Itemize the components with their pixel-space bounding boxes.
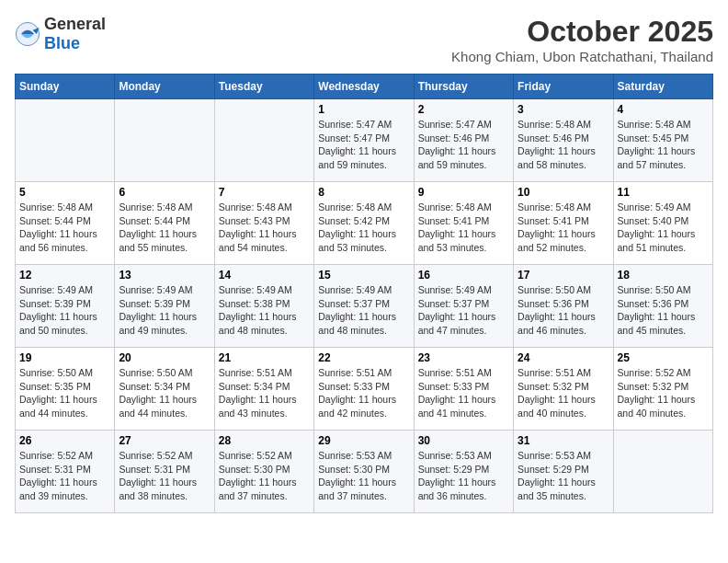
calendar-cell: 20Sunrise: 5:50 AM Sunset: 5:34 PM Dayli… bbox=[115, 348, 214, 431]
day-number: 5 bbox=[19, 186, 110, 199]
logo-text: General Blue bbox=[44, 15, 106, 53]
calendar-cell: 27Sunrise: 5:52 AM Sunset: 5:31 PM Dayli… bbox=[115, 431, 214, 513]
header-friday: Friday bbox=[514, 75, 613, 99]
day-number: 20 bbox=[119, 351, 210, 364]
calendar-cell: 5Sunrise: 5:48 AM Sunset: 5:44 PM Daylig… bbox=[16, 182, 115, 265]
header-sunday: Sunday bbox=[16, 75, 115, 99]
logo-general: General bbox=[44, 15, 106, 33]
header-thursday: Thursday bbox=[414, 75, 513, 99]
day-number: 15 bbox=[318, 269, 409, 282]
day-info: Sunrise: 5:53 AM Sunset: 5:29 PM Dayligh… bbox=[518, 449, 609, 503]
header-tuesday: Tuesday bbox=[214, 75, 313, 99]
day-number: 31 bbox=[518, 434, 609, 447]
calendar-cell: 6Sunrise: 5:48 AM Sunset: 5:44 PM Daylig… bbox=[115, 182, 214, 265]
day-number: 29 bbox=[318, 434, 409, 447]
day-info: Sunrise: 5:48 AM Sunset: 5:42 PM Dayligh… bbox=[318, 201, 409, 255]
calendar-cell bbox=[214, 99, 313, 182]
day-number: 25 bbox=[618, 351, 709, 364]
day-info: Sunrise: 5:52 AM Sunset: 5:31 PM Dayligh… bbox=[19, 449, 110, 503]
day-info: Sunrise: 5:51 AM Sunset: 5:33 PM Dayligh… bbox=[318, 366, 409, 420]
day-number: 17 bbox=[518, 269, 609, 282]
day-number: 18 bbox=[618, 269, 709, 282]
day-number: 26 bbox=[19, 434, 110, 447]
day-info: Sunrise: 5:52 AM Sunset: 5:31 PM Dayligh… bbox=[119, 449, 210, 503]
day-info: Sunrise: 5:49 AM Sunset: 5:37 PM Dayligh… bbox=[318, 283, 409, 338]
calendar-cell: 19Sunrise: 5:50 AM Sunset: 5:35 PM Dayli… bbox=[16, 348, 115, 431]
header-wednesday: Wednesday bbox=[314, 75, 414, 99]
header-saturday: Saturday bbox=[613, 75, 712, 99]
calendar-cell: 29Sunrise: 5:53 AM Sunset: 5:30 PM Dayli… bbox=[314, 431, 414, 513]
day-info: Sunrise: 5:50 AM Sunset: 5:36 PM Dayligh… bbox=[618, 283, 709, 338]
calendar-week-5: 26Sunrise: 5:52 AM Sunset: 5:31 PM Dayli… bbox=[16, 431, 713, 513]
day-number: 27 bbox=[119, 434, 210, 447]
day-number: 23 bbox=[418, 351, 509, 364]
calendar-week-4: 19Sunrise: 5:50 AM Sunset: 5:35 PM Dayli… bbox=[16, 348, 713, 431]
day-number: 19 bbox=[19, 351, 110, 364]
calendar-cell: 21Sunrise: 5:51 AM Sunset: 5:34 PM Dayli… bbox=[214, 348, 313, 431]
day-info: Sunrise: 5:50 AM Sunset: 5:35 PM Dayligh… bbox=[19, 366, 110, 420]
day-number: 13 bbox=[119, 269, 210, 282]
day-info: Sunrise: 5:48 AM Sunset: 5:41 PM Dayligh… bbox=[418, 201, 509, 255]
logo-icon bbox=[15, 21, 40, 47]
calendar-header-row: SundayMondayTuesdayWednesdayThursdayFrid… bbox=[16, 75, 713, 99]
calendar-cell bbox=[613, 431, 712, 513]
day-info: Sunrise: 5:48 AM Sunset: 5:41 PM Dayligh… bbox=[518, 201, 609, 255]
day-info: Sunrise: 5:49 AM Sunset: 5:40 PM Dayligh… bbox=[618, 201, 709, 255]
calendar-cell: 18Sunrise: 5:50 AM Sunset: 5:36 PM Dayli… bbox=[613, 265, 712, 348]
calendar-cell: 12Sunrise: 5:49 AM Sunset: 5:39 PM Dayli… bbox=[16, 265, 115, 348]
calendar-cell: 24Sunrise: 5:51 AM Sunset: 5:32 PM Dayli… bbox=[514, 348, 613, 431]
day-info: Sunrise: 5:51 AM Sunset: 5:32 PM Dayligh… bbox=[518, 366, 609, 420]
calendar-cell: 7Sunrise: 5:48 AM Sunset: 5:43 PM Daylig… bbox=[214, 182, 313, 265]
day-info: Sunrise: 5:53 AM Sunset: 5:29 PM Dayligh… bbox=[418, 449, 509, 503]
day-number: 24 bbox=[518, 351, 609, 364]
calendar-cell bbox=[16, 99, 115, 182]
day-number: 1 bbox=[318, 103, 409, 116]
calendar-week-1: 1Sunrise: 5:47 AM Sunset: 5:47 PM Daylig… bbox=[16, 99, 713, 182]
day-info: Sunrise: 5:47 AM Sunset: 5:47 PM Dayligh… bbox=[318, 118, 409, 172]
day-info: Sunrise: 5:50 AM Sunset: 5:36 PM Dayligh… bbox=[518, 283, 609, 338]
calendar-cell: 28Sunrise: 5:52 AM Sunset: 5:30 PM Dayli… bbox=[214, 431, 313, 513]
day-number: 30 bbox=[418, 434, 509, 447]
calendar-table: SundayMondayTuesdayWednesdayThursdayFrid… bbox=[15, 74, 713, 513]
subtitle: Khong Chiam, Ubon Ratchathani, Thailand bbox=[451, 49, 713, 64]
day-info: Sunrise: 5:49 AM Sunset: 5:39 PM Dayligh… bbox=[19, 283, 110, 338]
day-number: 12 bbox=[19, 269, 110, 282]
day-number: 4 bbox=[618, 103, 709, 116]
day-number: 21 bbox=[219, 351, 310, 364]
day-info: Sunrise: 5:49 AM Sunset: 5:37 PM Dayligh… bbox=[418, 283, 509, 338]
day-number: 22 bbox=[318, 351, 409, 364]
page-header: General Blue October 2025 Khong Chiam, U… bbox=[15, 15, 713, 64]
calendar-cell: 1Sunrise: 5:47 AM Sunset: 5:47 PM Daylig… bbox=[314, 99, 414, 182]
calendar-cell: 22Sunrise: 5:51 AM Sunset: 5:33 PM Dayli… bbox=[314, 348, 414, 431]
main-title: October 2025 bbox=[451, 15, 713, 49]
day-info: Sunrise: 5:50 AM Sunset: 5:34 PM Dayligh… bbox=[119, 366, 210, 420]
day-number: 3 bbox=[518, 103, 609, 116]
calendar-cell: 25Sunrise: 5:52 AM Sunset: 5:32 PM Dayli… bbox=[613, 348, 712, 431]
calendar-cell: 13Sunrise: 5:49 AM Sunset: 5:39 PM Dayli… bbox=[115, 265, 214, 348]
calendar-cell: 23Sunrise: 5:51 AM Sunset: 5:33 PM Dayli… bbox=[414, 348, 513, 431]
day-number: 8 bbox=[318, 186, 409, 199]
calendar-cell: 16Sunrise: 5:49 AM Sunset: 5:37 PM Dayli… bbox=[414, 265, 513, 348]
day-number: 9 bbox=[418, 186, 509, 199]
calendar-cell: 2Sunrise: 5:47 AM Sunset: 5:46 PM Daylig… bbox=[414, 99, 513, 182]
calendar-week-2: 5Sunrise: 5:48 AM Sunset: 5:44 PM Daylig… bbox=[16, 182, 713, 265]
day-info: Sunrise: 5:48 AM Sunset: 5:44 PM Dayligh… bbox=[119, 201, 210, 255]
day-info: Sunrise: 5:51 AM Sunset: 5:34 PM Dayligh… bbox=[219, 366, 310, 420]
calendar-cell: 26Sunrise: 5:52 AM Sunset: 5:31 PM Dayli… bbox=[16, 431, 115, 513]
calendar-cell bbox=[115, 99, 214, 182]
day-info: Sunrise: 5:48 AM Sunset: 5:46 PM Dayligh… bbox=[518, 118, 609, 172]
day-number: 28 bbox=[219, 434, 310, 447]
day-info: Sunrise: 5:53 AM Sunset: 5:30 PM Dayligh… bbox=[318, 449, 409, 503]
day-info: Sunrise: 5:47 AM Sunset: 5:46 PM Dayligh… bbox=[418, 118, 509, 172]
calendar-cell: 17Sunrise: 5:50 AM Sunset: 5:36 PM Dayli… bbox=[514, 265, 613, 348]
day-info: Sunrise: 5:52 AM Sunset: 5:32 PM Dayligh… bbox=[618, 366, 709, 420]
calendar-cell: 4Sunrise: 5:48 AM Sunset: 5:45 PM Daylig… bbox=[613, 99, 712, 182]
calendar-week-3: 12Sunrise: 5:49 AM Sunset: 5:39 PM Dayli… bbox=[16, 265, 713, 348]
day-number: 11 bbox=[618, 186, 709, 199]
day-info: Sunrise: 5:49 AM Sunset: 5:39 PM Dayligh… bbox=[119, 283, 210, 338]
day-info: Sunrise: 5:48 AM Sunset: 5:45 PM Dayligh… bbox=[618, 118, 709, 172]
calendar-cell: 11Sunrise: 5:49 AM Sunset: 5:40 PM Dayli… bbox=[613, 182, 712, 265]
logo: General Blue bbox=[15, 15, 106, 53]
day-info: Sunrise: 5:51 AM Sunset: 5:33 PM Dayligh… bbox=[418, 366, 509, 420]
day-info: Sunrise: 5:48 AM Sunset: 5:44 PM Dayligh… bbox=[19, 201, 110, 255]
